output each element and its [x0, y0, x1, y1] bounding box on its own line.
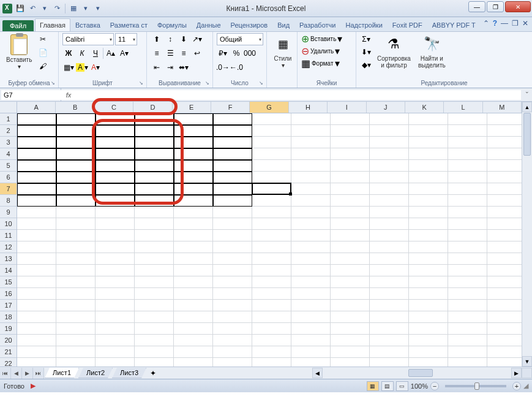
- shrink-font-button[interactable]: A▾: [118, 47, 130, 59]
- cell[interactable]: [174, 207, 213, 218]
- sheet-tab-Лист2[interactable]: Лист2: [78, 368, 113, 378]
- cell[interactable]: [96, 125, 135, 137]
- cell[interactable]: [252, 160, 291, 172]
- cell[interactable]: [135, 276, 174, 288]
- tab-рецензиров[interactable]: Рецензиров: [226, 18, 273, 31]
- cell[interactable]: [174, 300, 213, 311]
- cell[interactable]: [96, 148, 135, 160]
- cell[interactable]: [174, 148, 213, 160]
- cell[interactable]: [291, 125, 331, 137]
- save-button[interactable]: 💾: [15, 3, 26, 14]
- cell[interactable]: [135, 346, 174, 358]
- tab-разработчи[interactable]: Разработчи: [294, 18, 340, 31]
- orientation-button[interactable]: ↗▾: [191, 33, 203, 45]
- cell[interactable]: [135, 218, 174, 230]
- column-header-A[interactable]: A: [17, 102, 56, 113]
- cell[interactable]: [487, 335, 526, 346]
- cell[interactable]: [135, 230, 174, 241]
- cell[interactable]: [174, 195, 213, 207]
- cell[interactable]: [56, 218, 96, 230]
- font-color-button[interactable]: A▾: [89, 61, 102, 74]
- cut-button[interactable]: ✂: [37, 33, 49, 45]
- cell[interactable]: [56, 230, 96, 241]
- cell[interactable]: [96, 300, 135, 311]
- currency-button[interactable]: ₽▾: [217, 47, 229, 59]
- cell[interactable]: [291, 311, 331, 323]
- undo-button[interactable]: ↶: [27, 3, 38, 14]
- cell[interactable]: [331, 288, 370, 300]
- cell[interactable]: [135, 241, 174, 253]
- scroll-thumb[interactable]: [523, 113, 531, 156]
- normal-view-button[interactable]: ▦: [367, 381, 379, 391]
- cell[interactable]: [487, 160, 526, 172]
- cell[interactable]: [409, 288, 448, 300]
- doc-restore-icon[interactable]: ❐: [512, 19, 519, 28]
- cell[interactable]: [252, 113, 291, 125]
- row-header-11[interactable]: 11: [0, 230, 17, 241]
- cell[interactable]: [448, 253, 487, 265]
- row-header-1[interactable]: 1: [0, 113, 17, 125]
- cell[interactable]: [291, 265, 331, 276]
- cell[interactable]: [331, 335, 370, 346]
- cell[interactable]: [213, 195, 252, 207]
- row-header-3[interactable]: 3: [0, 137, 17, 148]
- cell[interactable]: [409, 276, 448, 288]
- minimize-button[interactable]: —: [468, 1, 485, 12]
- cell[interactable]: [17, 172, 56, 183]
- row-header-13[interactable]: 13: [0, 253, 17, 265]
- cell[interactable]: [56, 172, 96, 183]
- cell[interactable]: [213, 276, 252, 288]
- cell[interactable]: [409, 253, 448, 265]
- column-header-J[interactable]: J: [367, 102, 405, 113]
- format-cells-button[interactable]: ▦Формат ▾: [301, 58, 340, 69]
- file-tab[interactable]: Файл: [2, 20, 34, 31]
- cell[interactable]: [252, 346, 291, 358]
- cell[interactable]: [213, 137, 252, 148]
- cell[interactable]: [56, 265, 96, 276]
- cell[interactable]: [331, 311, 370, 323]
- dialog-launcher-icon[interactable]: ↘: [258, 80, 264, 86]
- sort-filter-button[interactable]: ⚗ Сортировка и фильтр: [375, 33, 413, 70]
- cell[interactable]: [448, 137, 487, 148]
- resize-grip-icon[interactable]: ◢: [523, 382, 528, 390]
- cell[interactable]: [56, 311, 96, 323]
- cell[interactable]: [135, 323, 174, 335]
- row-header-6[interactable]: 6: [0, 172, 17, 183]
- formula-input[interactable]: [76, 90, 521, 100]
- cell[interactable]: [448, 207, 487, 218]
- cell[interactable]: [331, 160, 370, 172]
- column-header-D[interactable]: D: [133, 102, 172, 113]
- cell[interactable]: [252, 207, 291, 218]
- cell[interactable]: [409, 346, 448, 358]
- cell[interactable]: [370, 288, 409, 300]
- scroll-down-button[interactable]: ▼: [522, 356, 532, 367]
- row-header-7[interactable]: 7: [0, 183, 17, 195]
- cell[interactable]: [370, 137, 409, 148]
- cell[interactable]: [17, 218, 56, 230]
- qat-extra-2[interactable]: ▾: [80, 3, 91, 14]
- cell[interactable]: [448, 218, 487, 230]
- cell[interactable]: [487, 172, 526, 183]
- cell[interactable]: [409, 195, 448, 207]
- cell[interactable]: [96, 230, 135, 241]
- column-header-E[interactable]: E: [173, 102, 211, 113]
- cell[interactable]: [135, 253, 174, 265]
- dialog-launcher-icon[interactable]: ↘: [138, 80, 144, 86]
- cell[interactable]: [174, 346, 213, 358]
- column-header-K[interactable]: K: [405, 102, 444, 113]
- scroll-up-button[interactable]: ▲: [522, 102, 532, 112]
- cell[interactable]: [17, 253, 56, 265]
- italic-button[interactable]: К: [76, 47, 88, 59]
- cell[interactable]: [252, 311, 291, 323]
- cell[interactable]: [17, 160, 56, 172]
- cell[interactable]: [331, 323, 370, 335]
- select-all-corner[interactable]: [0, 102, 17, 113]
- cell[interactable]: [252, 265, 291, 276]
- column-header-G[interactable]: G: [250, 102, 288, 113]
- column-header-M[interactable]: M: [483, 102, 522, 113]
- row-header-17[interactable]: 17: [0, 300, 17, 311]
- cell[interactable]: [135, 288, 174, 300]
- sheet-nav-0[interactable]: ⏮: [0, 368, 11, 379]
- zoom-level[interactable]: 100%: [411, 382, 428, 390]
- fill-button[interactable]: ⬇▾: [360, 46, 372, 58]
